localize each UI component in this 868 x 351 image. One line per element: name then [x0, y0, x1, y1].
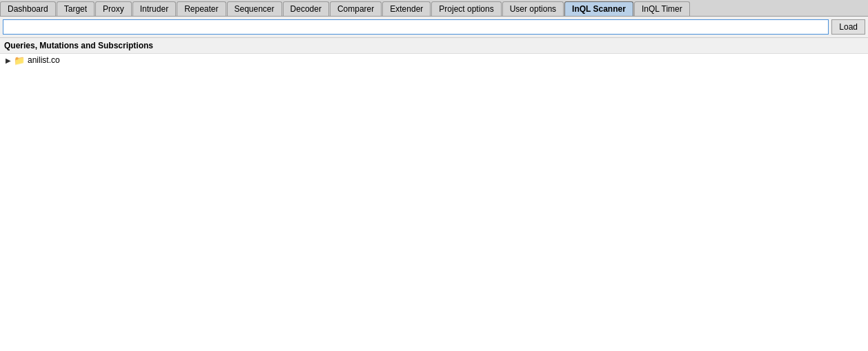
section-title: Queries, Mutations and Subscriptions: [4, 41, 153, 50]
main-content: Load Queries, Mutations and Subscription…: [0, 17, 868, 351]
tab-sequencer[interactable]: Sequencer: [227, 1, 282, 16]
tab-user-options[interactable]: User options: [502, 1, 564, 16]
load-button[interactable]: Load: [831, 19, 865, 35]
tab-project-options[interactable]: Project options: [431, 1, 501, 16]
search-bar-container: Load: [0, 17, 868, 38]
tab-bar: DashboardTargetProxyIntruderRepeaterSequ…: [0, 0, 868, 17]
tab-dashboard[interactable]: Dashboard: [0, 1, 56, 16]
tab-inql-scanner[interactable]: InQL Scanner: [564, 1, 633, 16]
tree-area: ▶📁anilist.co: [0, 54, 868, 351]
tree-toggle-anilist[interactable]: ▶: [4, 56, 12, 64]
section-header: Queries, Mutations and Subscriptions: [0, 38, 868, 54]
tab-target[interactable]: Target: [57, 1, 95, 16]
tab-intruder[interactable]: Intruder: [132, 1, 176, 16]
folder-icon-anilist: 📁: [14, 55, 25, 65]
tree-item-anilist[interactable]: ▶📁anilist.co: [0, 54, 868, 66]
tree-label-anilist: anilist.co: [28, 55, 60, 65]
tab-extender[interactable]: Extender: [382, 1, 431, 16]
tab-repeater[interactable]: Repeater: [177, 1, 226, 16]
tab-inql-timer[interactable]: InQL Timer: [634, 1, 690, 16]
tab-comparer[interactable]: Comparer: [330, 1, 382, 16]
tab-proxy[interactable]: Proxy: [95, 1, 132, 16]
search-input[interactable]: [3, 19, 829, 35]
tab-decoder[interactable]: Decoder: [283, 1, 329, 16]
